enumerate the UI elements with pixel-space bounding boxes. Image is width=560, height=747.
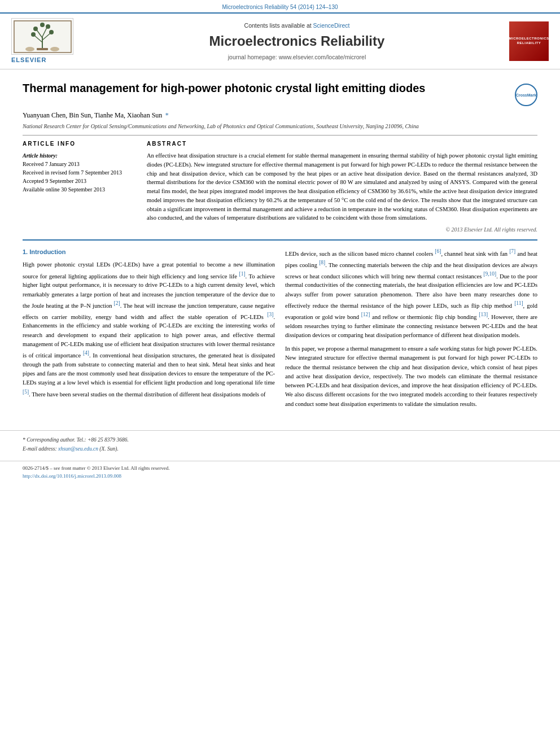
ref-13: [13] — [479, 312, 488, 317]
received-date: Received 7 January 2013 — [23, 160, 135, 168]
authors-text: Yuanyuan Chen, Bin Sun, Tianhe Ma, Xiaoh… — [23, 111, 162, 119]
journal-top-ref: Microelectronics Reliability 54 (2014) 1… — [222, 4, 338, 10]
article-info-box: Article history: Received 7 January 2013… — [23, 151, 135, 194]
body-divider — [23, 239, 537, 241]
footnote-star: * Corresponding author. Tel.: +86 25 837… — [23, 436, 537, 444]
section1-heading: 1. Introduction — [23, 247, 275, 257]
journal-logo-text: MICROELECTRONICS RELIABILITY — [508, 36, 550, 47]
contents-line: Contents lists available at ScienceDirec… — [90, 21, 504, 30]
svg-point-14 — [50, 47, 59, 51]
article-info-col: ARTICLE INFO Article history: Received 7… — [23, 140, 135, 234]
accepted-date: Accepted 9 September 2013 — [23, 177, 135, 185]
svg-rect-12 — [37, 48, 48, 50]
article-content: CrossMark Thermal management for high-po… — [0, 69, 560, 425]
ref-2: [2] — [114, 300, 120, 306]
journal-header-center: Contents lists available at ScienceDirec… — [90, 21, 504, 62]
page: Microelectronics Reliability 54 (2014) 1… — [0, 0, 560, 483]
revised-date: Received in revised form 7 September 201… — [23, 168, 135, 177]
ref-3: [3] — [267, 312, 273, 317]
ref-8: [8] — [319, 260, 325, 265]
issn-line: 0026-2714/$ – see front matter © 2013 El… — [23, 465, 537, 472]
ref-1: [1] — [239, 271, 246, 277]
svg-point-8 — [49, 30, 54, 34]
email-label: E-mail address: — [23, 446, 57, 452]
elsevier-logo-svg — [13, 20, 72, 54]
journal-header-right: MICROELECTRONICS RELIABILITY — [504, 21, 549, 61]
header-divider — [23, 135, 537, 136]
ref-6: [6] — [435, 248, 441, 254]
body-col1-para1: High power photonic crystal LEDs (PC-LED… — [23, 260, 275, 399]
body-col-left: 1. Introduction High power photonic crys… — [23, 247, 275, 413]
svg-point-7 — [31, 32, 36, 37]
journal-header: ELSEVIER Contents lists available at Sci… — [0, 12, 560, 69]
ref-4: [4] — [83, 350, 89, 356]
crossmark-label: CrossMark — [516, 93, 536, 98]
sciencedirect-link[interactable]: ScienceDirect — [313, 22, 350, 29]
email-person: (X. Sun). — [99, 446, 119, 452]
elsevier-brand-text: ELSEVIER — [11, 56, 46, 64]
article-info-abstract-row: ARTICLE INFO Article history: Received 7… — [23, 140, 537, 234]
svg-point-13 — [25, 47, 34, 51]
ref-9-10: [9,10] — [483, 271, 496, 277]
ref-11: [11] — [514, 300, 523, 306]
article-info-label: ARTICLE INFO — [23, 140, 135, 148]
footer-area: * Corresponding author. Tel.: +86 25 837… — [0, 430, 560, 461]
article-title-row: CrossMark Thermal management for high-po… — [23, 81, 537, 106]
journal-top-bar: Microelectronics Reliability 54 (2014) 1… — [0, 0, 560, 12]
abstract-col: ABSTRACT An effective heat dissipation s… — [147, 140, 537, 234]
crossmark[interactable]: CrossMark — [515, 84, 537, 106]
body-two-col: 1. Introduction High power photonic crys… — [23, 247, 537, 413]
authors-line: Yuanyuan Chen, Bin Sun, Tianhe Ma, Xiaoh… — [23, 111, 537, 120]
copyright-line: © 2013 Elsevier Ltd. All rights reserved… — [147, 226, 537, 234]
doi-link[interactable]: http://dx.doi.org/10.1016/j.microrel.201… — [23, 473, 537, 480]
abstract-label: ABSTRACT — [147, 140, 537, 148]
article-title: Thermal management for high-power photon… — [23, 81, 537, 95]
journal-title-main: Microelectronics Reliability — [90, 32, 504, 51]
svg-point-10 — [46, 24, 50, 29]
journal-homepage: journal homepage: www.elsevier.com/locat… — [90, 53, 504, 62]
corresponding-marker: * — [165, 111, 169, 119]
svg-point-9 — [33, 27, 38, 31]
body-col-right: LEDs device, such as the silicon based m… — [285, 247, 537, 413]
available-date: Available online 30 September 2013 — [23, 185, 135, 194]
elsevier-logo: ELSEVIER — [11, 18, 90, 64]
ref-7: [7] — [509, 248, 515, 254]
journal-header-left: ELSEVIER — [11, 18, 90, 64]
affiliation: National Research Center for Optical Sen… — [23, 123, 537, 130]
elsevier-logo-box — [11, 18, 73, 55]
abstract-text: An effective heat dissipation structure … — [147, 151, 537, 222]
footnote-email: E-mail address: xhsun@seu.edu.cn (X. Sun… — [23, 445, 537, 453]
body-col2-para1: LEDs device, such as the silicon based m… — [285, 247, 537, 340]
email-address[interactable]: xhsun@seu.edu.cn — [58, 446, 98, 452]
ref-12: [12] — [361, 312, 370, 317]
journal-logo-right: MICROELECTRONICS RELIABILITY — [509, 21, 549, 61]
svg-point-11 — [40, 23, 45, 27]
body-col2-para2: In this paper, we propose a thermal mana… — [285, 344, 537, 409]
footer-bottom: 0026-2714/$ – see front matter © 2013 El… — [0, 461, 560, 483]
crossmark-badge[interactable]: CrossMark — [515, 84, 537, 106]
ref-5: [5] — [23, 389, 29, 395]
history-title: Article history: — [23, 151, 135, 160]
